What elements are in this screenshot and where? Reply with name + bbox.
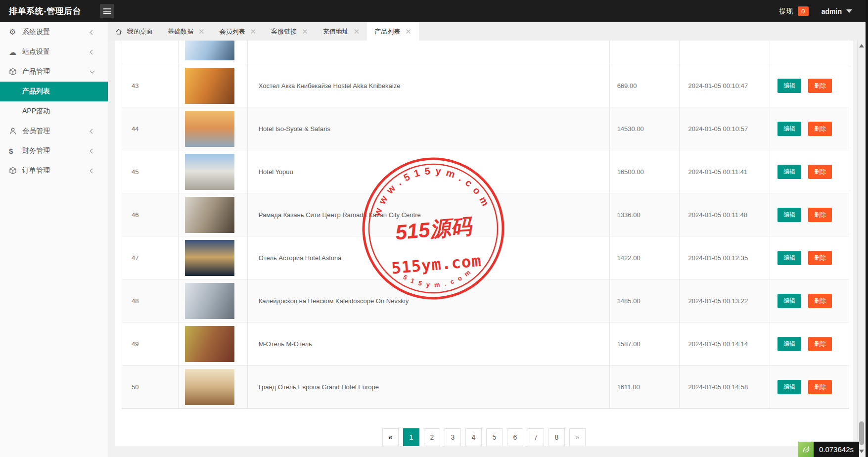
cell-id: 45 — [122, 150, 179, 193]
sidebar-item-3[interactable]: 会员管理 — [0, 121, 108, 141]
page-4[interactable]: 4 — [465, 428, 482, 446]
cell-created: 2024-01-05 00:10:57 — [680, 107, 770, 150]
cell-image — [179, 64, 248, 107]
hamburger-icon — [103, 8, 111, 14]
close-icon[interactable]: ✕ — [405, 28, 411, 35]
cell-image — [179, 366, 248, 408]
edit-button[interactable]: 编辑 — [777, 122, 801, 136]
trace-widget: 0.073642s — [798, 442, 859, 457]
cell-price: 1422.00 — [610, 236, 680, 279]
trace-render-time[interactable]: 0.073642s — [814, 442, 859, 457]
tab-label: 基础数据 — [168, 27, 193, 36]
cell-created: 2024-01-05 00:13:22 — [680, 279, 770, 322]
chevron-left-icon — [90, 49, 95, 54]
scroll-down-arrow-icon[interactable] — [859, 450, 864, 453]
table-row-48: 48Калейдоскоп на Невском Kaleidoscope On… — [122, 279, 849, 322]
cell-image — [179, 150, 248, 193]
tab-0[interactable]: 我的桌面 — [108, 22, 160, 41]
page-prev[interactable]: « — [382, 428, 399, 446]
topbar-right: 提现 0 admin — [779, 0, 852, 22]
tab-3[interactable]: 客服链接✕ — [264, 22, 316, 41]
cell-name: Калейдоскоп на Невском Kaleidoscope On N… — [248, 279, 610, 322]
vertical-scrollbar[interactable] — [857, 41, 866, 457]
delete-button[interactable]: 删除 — [808, 79, 832, 93]
cell-name: М-Отель M-Отель — [248, 322, 610, 365]
chevron-left-icon — [90, 129, 95, 134]
chevron-down-icon — [90, 68, 95, 73]
delete-button[interactable]: 删除 — [808, 380, 832, 394]
chevron-left-icon — [90, 168, 95, 173]
sidebar-item-1[interactable]: ☁站点设置 — [0, 42, 108, 62]
page-6[interactable]: 6 — [507, 428, 523, 446]
delete-button[interactable]: 删除 — [808, 294, 832, 308]
page-next[interactable]: » — [569, 428, 586, 446]
scroll-up-arrow-icon[interactable] — [859, 44, 864, 47]
edit-button[interactable]: 编辑 — [777, 380, 801, 394]
close-icon[interactable]: ✕ — [198, 28, 205, 35]
page-8[interactable]: 8 — [548, 428, 565, 446]
cell-price: 1587.00 — [610, 322, 680, 365]
cell-id: 46 — [122, 193, 179, 236]
table-row-49: 49М-Отель M-Отель1587.002024-01-05 00:14… — [122, 322, 849, 366]
sidebar-item-5[interactable]: 订单管理 — [0, 161, 108, 181]
withdraw-link[interactable]: 提现 0 — [779, 6, 809, 16]
sidebar-fold-button[interactable] — [100, 4, 114, 18]
table-row-partial — [122, 41, 849, 64]
page-3[interactable]: 3 — [445, 428, 461, 446]
close-icon[interactable]: ✕ — [302, 28, 308, 35]
delete-button[interactable]: 删除 — [808, 337, 832, 351]
close-icon[interactable]: ✕ — [250, 28, 257, 35]
tab-label: 会员列表 — [220, 27, 245, 36]
cell-price: 1336.00 — [610, 193, 680, 236]
pagination: «12345678» — [115, 428, 853, 446]
product-list-card: 43Хостел Акка Книбекайзе Hostel Akka Kni… — [115, 41, 853, 446]
sidebar-subitem-label: 产品列表 — [22, 87, 50, 96]
edit-button[interactable]: 编辑 — [777, 251, 801, 265]
delete-button[interactable]: 删除 — [808, 165, 832, 179]
cell-image — [179, 41, 248, 64]
edit-button[interactable]: 编辑 — [777, 165, 801, 179]
tab-2[interactable]: 会员列表✕ — [212, 22, 264, 41]
page-2[interactable]: 2 — [424, 428, 440, 446]
cell-price: 14530.00 — [610, 107, 680, 150]
chevron-down-icon — [846, 9, 852, 13]
cell-actions: 编辑删除 — [770, 322, 849, 365]
product-table: 43Хостел Акка Книбекайзе Hostel Akka Kni… — [122, 41, 849, 409]
page-5[interactable]: 5 — [486, 428, 503, 446]
delete-button[interactable]: 删除 — [808, 251, 832, 265]
delete-button[interactable]: 删除 — [808, 208, 832, 222]
tab-4[interactable]: 充值地址✕ — [316, 22, 367, 41]
sidebar-item-4[interactable]: $财务管理 — [0, 141, 108, 161]
withdraw-count-badge: 0 — [798, 6, 809, 16]
cell-id: 50 — [122, 366, 179, 408]
page-1[interactable]: 1 — [403, 428, 419, 446]
edit-button[interactable]: 编辑 — [777, 208, 801, 222]
delete-button[interactable]: 删除 — [808, 122, 832, 136]
cell-actions: 编辑删除 — [770, 64, 849, 107]
chevron-left-icon — [90, 148, 95, 153]
edit-button[interactable]: 编辑 — [777, 337, 801, 351]
page-7[interactable]: 7 — [528, 428, 544, 446]
tab-label: 充值地址 — [323, 27, 349, 36]
withdraw-label: 提现 — [779, 7, 793, 16]
table-row-46: 46Рамада Казань Сити Центр Ramada Kazan … — [122, 193, 849, 236]
tab-5[interactable]: 产品列表✕ — [367, 22, 419, 41]
sidebar-subitem-2-0[interactable]: 产品列表 — [0, 82, 108, 101]
cell-id: 48 — [122, 279, 179, 322]
sidebar-subitem-2-1[interactable]: APP滚动 — [0, 101, 108, 121]
scrollbar-thumb[interactable] — [859, 421, 864, 445]
user-menu[interactable]: admin — [822, 7, 852, 15]
edit-button[interactable]: 编辑 — [777, 294, 801, 308]
trace-logo-icon[interactable] — [798, 442, 814, 457]
edit-button[interactable]: 编辑 — [777, 79, 801, 93]
sidebar-item-label: 站点设置 — [22, 47, 50, 56]
close-icon[interactable]: ✕ — [354, 28, 360, 35]
tab-label: 客服链接 — [271, 27, 297, 36]
admin-screen: 排单系统-管理后台 提现 0 admin ⚙系统设置☁站点设置产品管理产品列表A… — [0, 0, 868, 457]
tab-1[interactable]: 基础数据✕ — [160, 22, 212, 41]
sidebar: ⚙系统设置☁站点设置产品管理产品列表APP滚动会员管理$财务管理订单管理 — [0, 22, 108, 457]
cell-name: Гранд Отель Европа Grand Hotel Europe — [248, 366, 610, 408]
sidebar-item-0[interactable]: ⚙系统设置 — [0, 22, 108, 42]
sidebar-item-2[interactable]: 产品管理 — [0, 62, 108, 82]
product-photo-night-city-reflection — [185, 240, 234, 276]
